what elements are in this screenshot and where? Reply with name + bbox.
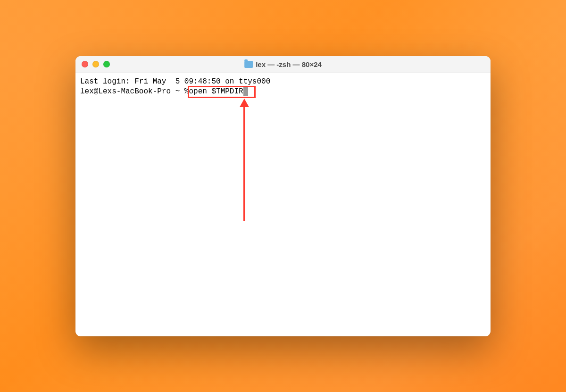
last-login-line: Last login: Fri May 5 09:48:50 on ttys00…: [80, 77, 486, 87]
minimize-button[interactable]: [92, 61, 99, 67]
folder-icon: [244, 61, 253, 68]
terminal-body[interactable]: Last login: Fri May 5 09:48:50 on ttys00…: [75, 73, 491, 336]
close-button[interactable]: [82, 61, 88, 67]
shell-prompt: lex@Lexs-MacBook-Pro ~ %: [80, 87, 189, 97]
prompt-line: lex@Lexs-MacBook-Pro ~ % open $TMPDIR: [80, 87, 486, 97]
arrow-up-icon: [237, 99, 251, 221]
traffic-lights: [82, 61, 110, 67]
annotation-arrow: [237, 99, 251, 221]
window-title-text: lex — -zsh — 80×24: [256, 60, 322, 68]
command-highlight: open $TMPDIR: [189, 87, 248, 97]
terminal-window: lex — -zsh — 80×24 Last login: Fri May 5…: [75, 56, 491, 336]
typed-command[interactable]: open $TMPDIR: [189, 87, 243, 96]
cursor: [243, 87, 248, 96]
svg-marker-1: [240, 99, 249, 107]
titlebar[interactable]: lex — -zsh — 80×24: [75, 56, 491, 73]
window-title: lex — -zsh — 80×24: [244, 60, 322, 68]
maximize-button[interactable]: [103, 61, 110, 67]
